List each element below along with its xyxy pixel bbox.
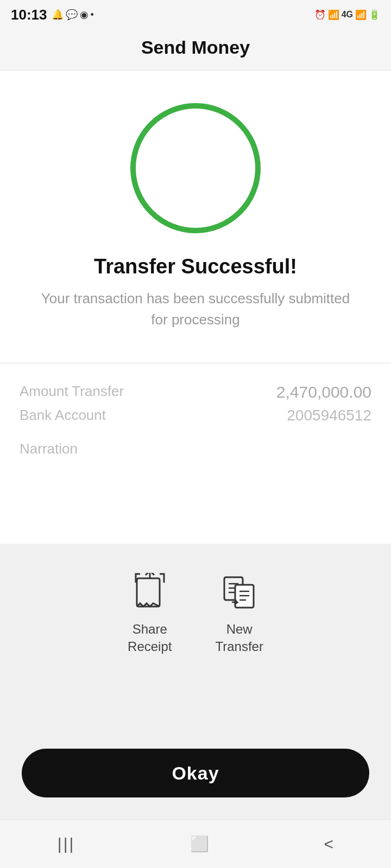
bank-value: 2005946512: [287, 407, 371, 424]
main-content: Transfer Successful! Your transaction ha…: [0, 71, 391, 544]
amount-row: Amount Transfer 2,470,000.00: [20, 383, 371, 401]
bottom-section: ShareReceipt: [0, 544, 391, 681]
dot-icon: •: [91, 9, 94, 21]
status-left: 10:13 🔔 💬 ◉ •: [11, 7, 94, 23]
signal-icon: 📶: [328, 9, 339, 21]
page-header: Send Money: [0, 28, 391, 71]
amount-label: Amount Transfer: [20, 383, 124, 400]
status-left-icons: 🔔 💬 ◉ •: [52, 9, 94, 21]
bank-row: Bank Account 2005946512: [20, 407, 371, 424]
share-receipt-icon: [128, 571, 172, 614]
status-right-icons: ⏰ 📶 4G 📶 🔋: [314, 9, 380, 21]
new-transfer-icon: [218, 571, 261, 614]
success-subtitle: Your transaction has been successfully s…: [38, 288, 353, 330]
signal2-icon: 📶: [355, 9, 367, 21]
battery-icon: 🔋: [369, 9, 380, 21]
nav-home-button[interactable]: ⬜: [181, 826, 218, 861]
chrome-icon: ◉: [80, 9, 89, 21]
nav-menu-icon: |||: [58, 835, 75, 853]
new-transfer-svg: [220, 573, 259, 612]
nav-back-icon: <: [324, 835, 334, 853]
success-title: Transfer Successful!: [94, 255, 297, 278]
share-receipt-label: ShareReceipt: [128, 621, 172, 654]
success-circle: [130, 103, 261, 233]
okay-section: Okay: [0, 749, 391, 819]
alarm-icon: ⏰: [314, 9, 326, 21]
nav-home-icon: ⬜: [190, 835, 209, 853]
bank-label: Bank Account: [20, 407, 106, 424]
message-icon: 💬: [66, 9, 78, 21]
action-buttons: ShareReceipt: [33, 571, 358, 654]
nav-bar: ||| ⬜ <: [0, 819, 391, 868]
nav-back-button[interactable]: <: [316, 826, 343, 862]
4g-icon: 4G: [342, 10, 353, 20]
notification-icon: 🔔: [52, 9, 64, 21]
okay-button[interactable]: Okay: [22, 749, 369, 797]
status-time: 10:13: [11, 7, 47, 23]
status-bar: 10:13 🔔 💬 ◉ • ⏰ 📶 4G 📶 🔋: [0, 0, 391, 28]
narration-label: Narration: [20, 441, 371, 457]
amount-value: 2,470,000.00: [276, 383, 371, 401]
page-title: Send Money: [11, 37, 380, 58]
bottom-spacer: [0, 682, 391, 749]
share-receipt-svg: [130, 573, 169, 612]
nav-menu-button[interactable]: |||: [49, 826, 84, 862]
success-section: Transfer Successful! Your transaction ha…: [0, 71, 391, 363]
share-receipt-button[interactable]: ShareReceipt: [128, 571, 172, 654]
transaction-details: Amount Transfer 2,470,000.00 Bank Accoun…: [0, 363, 391, 477]
new-transfer-label: NewTransfer: [215, 621, 263, 654]
new-transfer-button[interactable]: NewTransfer: [215, 571, 263, 654]
